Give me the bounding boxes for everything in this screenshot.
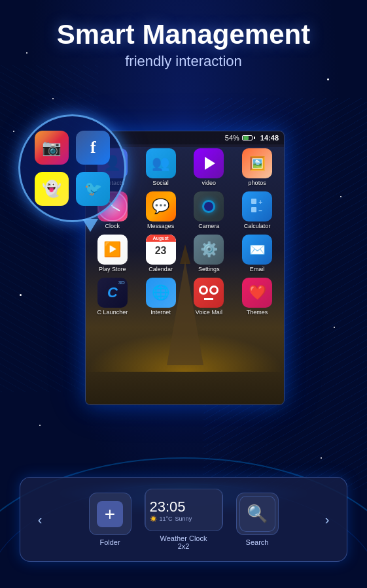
video-play-icon: [205, 157, 215, 170]
weather-info: ☀️ 11°C Sunny: [150, 515, 218, 522]
weather-clock-widget: 23:05 ☀️ 11°C Sunny: [145, 489, 222, 531]
star: [20, 294, 22, 296]
playstore-icon: ▶️: [97, 235, 128, 265]
themes-heart-icon: ❤️: [249, 284, 266, 301]
voicemail-bar: [204, 298, 213, 300]
email-label: Email: [250, 266, 265, 272]
gear-icon: ⚙️: [200, 241, 218, 258]
photos-label: photos: [249, 180, 266, 186]
star: [340, 196, 341, 197]
app-internet[interactable]: 🌐 Internet: [141, 278, 181, 316]
weather-sun-icon: ☀️: [150, 515, 157, 522]
video-icon: [194, 148, 224, 178]
plus-icon: +: [105, 504, 115, 525]
drawer-items-container: + Folder 23:05 ☀️ 11°C Sunny Weather Clo…: [89, 489, 279, 550]
clauncher-icon: C 3D: [97, 278, 128, 308]
folder-label: Folder: [99, 538, 120, 546]
snapchat-ghost-icon: 👻: [42, 180, 61, 198]
clock-label: Clock: [105, 223, 120, 229]
search-icon: 🔍: [247, 504, 268, 524]
drawer-search-item[interactable]: 🔍 Search: [236, 493, 279, 546]
clauncher-3d-badge: 3D: [118, 280, 125, 286]
messages-bubble-icon: 💬: [152, 198, 169, 215]
app-email[interactable]: ✉️ Email: [237, 235, 277, 272]
app-messages[interactable]: 💬 Messages: [141, 191, 181, 229]
camera-lens: [202, 200, 215, 213]
weather-clock-time: 23:05: [150, 498, 218, 515]
social-bubble: 📷 f 👻 🐦: [18, 114, 126, 222]
app-themes[interactable]: ❤️ Themes: [237, 278, 277, 316]
email-icon: ✉️: [242, 235, 272, 265]
clock-minute-hand: [113, 206, 120, 211]
star: [52, 98, 54, 99]
app-social[interactable]: 👥 Social: [141, 148, 181, 186]
chevron-left-icon: ‹: [38, 512, 43, 527]
search-label: Search: [246, 538, 269, 546]
internet-icon: 🌐: [146, 278, 176, 308]
app-row-3: ▶️ Play Store August 23 Calendar ⚙️ Sett…: [88, 232, 281, 275]
main-title: Smart Management: [0, 20, 367, 50]
themes-icon: ❤️: [242, 278, 272, 308]
camera-label: Camera: [198, 223, 219, 229]
drawer-next-button[interactable]: ›: [317, 510, 337, 529]
calc-plus-icon: +: [258, 199, 263, 206]
bubble-facebook-icon[interactable]: f: [76, 131, 110, 165]
battery-percentage: 54%: [225, 134, 239, 142]
weather-temp: 11°C: [160, 515, 173, 522]
app-calculator[interactable]: + − Calculator: [237, 191, 277, 229]
voicemail-circle-right: [209, 286, 218, 295]
app-playstore[interactable]: ▶️ Play Store: [93, 235, 132, 272]
app-video[interactable]: video: [189, 148, 228, 186]
bubble-twitter-icon[interactable]: 🐦: [76, 172, 110, 206]
search-widget: 🔍: [239, 496, 275, 532]
photos-frame-icon: 🖼️: [249, 155, 266, 171]
internet-label: Internet: [150, 309, 171, 316]
calendar-icon: August 23: [146, 235, 176, 265]
chevron-right-icon: ›: [325, 512, 330, 527]
globe-icon: 🌐: [152, 284, 169, 301]
calendar-inner: August 23: [146, 235, 176, 265]
messages-icon: 💬: [146, 191, 176, 221]
star: [327, 78, 329, 80]
bubble-instagram-icon[interactable]: 📷: [35, 131, 69, 165]
settings-icon: ⚙️: [194, 235, 224, 265]
app-camera[interactable]: Camera: [189, 191, 228, 229]
clock-time-status: 14:48: [260, 134, 279, 142]
drawer-folder-item[interactable]: + Folder: [89, 493, 131, 546]
star: [321, 457, 322, 459]
folder-icon: +: [97, 501, 123, 527]
clauncher-c-icon: C: [107, 284, 118, 301]
battery-tip: [254, 137, 255, 139]
drawer-prev-button[interactable]: ‹: [30, 510, 50, 529]
app-clauncher[interactable]: C 3D C Launcher: [93, 278, 132, 316]
email-envelope-icon: ✉️: [249, 242, 266, 257]
battery-fill: [243, 136, 249, 140]
app-calendar[interactable]: August 23 Calendar: [141, 235, 181, 272]
app-settings[interactable]: ⚙️ Settings: [189, 235, 228, 272]
calculator-label: Calculator: [244, 223, 271, 229]
voicemail-label: Voice Mail: [196, 309, 222, 316]
camera-inner: [194, 191, 224, 221]
playstore-label: Play Store: [99, 266, 126, 272]
voicemail-circle-left: [199, 286, 208, 295]
weather-clock-label: Weather Clock2x2: [160, 534, 207, 550]
video-label: video: [202, 180, 217, 186]
clauncher-label: C Launcher: [97, 309, 128, 316]
messages-label: Messages: [147, 223, 174, 229]
voicemail-icon: [194, 278, 224, 308]
calc-btn-2: [251, 207, 256, 212]
social-label: Social: [152, 180, 169, 186]
playstore-triangle-icon: ▶️: [103, 241, 121, 258]
app-voicemail[interactable]: Voice Mail: [189, 278, 228, 316]
bubble-snapchat-icon[interactable]: 👻: [35, 172, 69, 206]
themes-label: Themes: [247, 309, 268, 316]
app-photos[interactable]: 🖼️ photos: [237, 148, 277, 186]
facebook-f-icon: f: [90, 138, 96, 157]
drawer-weather-clock-item[interactable]: 23:05 ☀️ 11°C Sunny Weather Clock2x2: [145, 489, 223, 550]
weather-condition: Sunny: [175, 515, 192, 522]
settings-label: Settings: [198, 266, 220, 272]
battery-body: [242, 135, 253, 140]
widget-drawer: ‹ + Folder 23:05 ☀️ 11°C Sunny: [20, 477, 347, 562]
star: [334, 327, 335, 328]
social-person-icon: 👥: [152, 155, 169, 172]
